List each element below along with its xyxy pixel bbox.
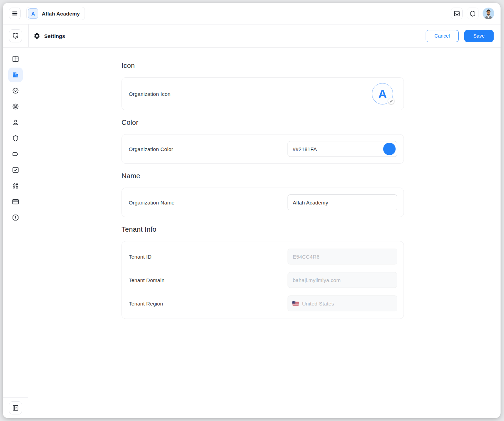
tag-icon [12,150,19,158]
organization-icon-preview[interactable]: A [372,83,393,104]
alert-octagon-icon [12,214,19,221]
tenant-region-row: Tenant Region [129,295,397,311]
gear-icon [33,32,40,39]
organization-color-input[interactable] [288,141,397,157]
sidebar-item-shapes[interactable] [8,179,23,193]
admin-shield-button[interactable] [9,29,22,42]
sidebar-nav [3,48,28,418]
organization-name-card: Organization Name [122,188,404,217]
organization-icon-card: Organization Icon A [122,77,404,110]
shield-user-icon [12,32,19,40]
save-button[interactable]: Save [464,30,494,42]
organization-name-label: Organization Name [129,200,175,206]
circle-dots-icon [12,87,19,94]
org-logo-letter: A [378,87,387,101]
us-flag-icon [292,301,299,306]
tenant-id-input [288,249,397,264]
user-circle-icon [12,103,19,110]
sidebar-collapse-button[interactable] [9,401,22,414]
hexagon-icon [12,134,19,142]
organization-color-card: Organization Color [122,134,404,164]
tenant-region-value: United States [302,301,334,307]
inbox-button[interactable] [451,8,463,19]
sidebar-item-credit-card[interactable] [8,194,23,209]
shapes-icon [12,182,19,190]
settings-content: Icon Organization Icon A Color [28,48,501,418]
edit-icon-badge[interactable] [388,98,394,104]
panels-icon [12,55,19,63]
organization-icon-label: Organization Icon [129,91,171,97]
user-icon [12,119,19,126]
sidebar-item-circle-dots[interactable] [8,83,23,98]
color-section-heading: Color [122,119,404,127]
checkbox-icon [12,166,19,174]
organization-icon [12,71,19,79]
color-swatch[interactable] [383,143,396,155]
menu-button[interactable] [9,8,21,19]
tenant-info-card: Tenant ID Tenant Domain Tenant Region [122,241,404,319]
tenant-domain-label: Tenant Domain [129,277,165,283]
sidebar-item-alert[interactable] [8,210,23,225]
organization-color-label: Organization Color [129,146,173,152]
tenant-id-label: Tenant ID [129,254,152,260]
icon-section-heading: Icon [122,62,404,70]
sidebar-item-checkbox[interactable] [8,163,23,177]
sidebar-item-tag[interactable] [8,147,23,161]
page-title: Settings [44,33,65,39]
pencil-icon [390,100,393,103]
sidebar-item-user[interactable] [8,115,23,130]
app-window: A Aflah Academy [3,3,501,418]
tenant-region-field: United States [288,295,397,311]
sidebar-item-panels[interactable] [8,52,23,66]
menu-icon [11,10,19,17]
tenant-region-label: Tenant Region [129,301,163,307]
sidebar-item-user-circle[interactable] [8,99,23,114]
user-avatar[interactable] [483,8,494,19]
org-switcher-label: Aflah Academy [42,11,80,17]
panel-collapse-icon [12,404,19,412]
hexagon-icon [469,10,476,17]
tenant-section-heading: Tenant Info [122,225,404,233]
inbox-icon [453,10,461,17]
sidebar-item-hexagon[interactable] [8,131,23,146]
credit-card-icon [12,198,19,206]
tenant-domain-input [288,272,397,288]
hexagon-button[interactable] [467,8,478,19]
tenant-id-row: Tenant ID [129,249,397,264]
name-section-heading: Name [122,172,404,180]
org-logo-icon: A [28,8,38,19]
topbar: A Aflah Academy [3,3,501,24]
cancel-button[interactable]: Cancel [426,30,459,42]
page-header: Settings Cancel Save [3,24,501,48]
organization-name-input[interactable] [288,194,397,210]
sidebar-item-organization[interactable] [8,68,23,82]
org-switcher[interactable]: A Aflah Academy [26,7,85,20]
tenant-domain-row: Tenant Domain [129,272,397,288]
